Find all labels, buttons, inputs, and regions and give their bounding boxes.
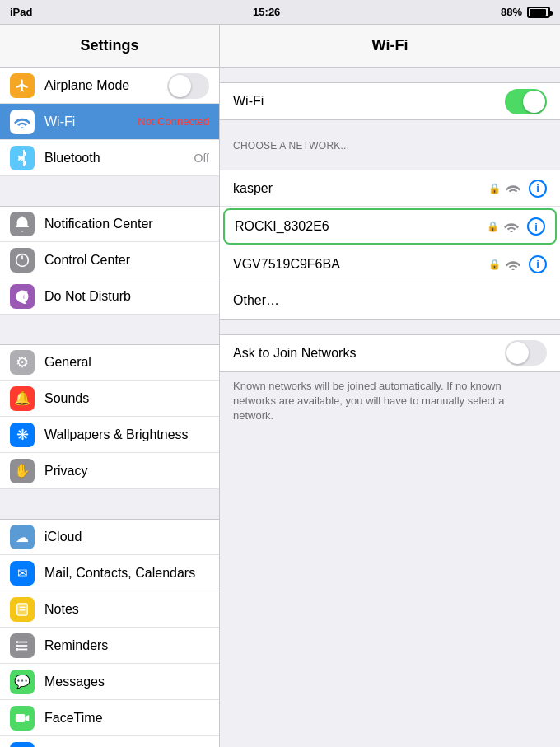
choose-network-header: CHOOSE A NETWORK... bbox=[220, 135, 560, 155]
separator-2 bbox=[0, 315, 219, 344]
sounds-label: Sounds bbox=[44, 391, 209, 406]
status-right: 88% bbox=[501, 6, 550, 18]
sidebar-section-1: Airplane Mode Wi-Fi Not Connected bbox=[0, 68, 219, 176]
sidebar-item-general[interactable]: ⚙ General bbox=[0, 344, 219, 381]
sidebar-item-notes[interactable]: Notes bbox=[0, 591, 219, 628]
wifi-value: Not Connected bbox=[138, 115, 209, 128]
sidebar-item-donotdisturb[interactable]: Do Not Disturb bbox=[0, 278, 219, 315]
donotdisturb-icon bbox=[10, 284, 35, 309]
ask-join-toggle[interactable] bbox=[505, 340, 547, 366]
network-rocki[interactable]: ROCKI_8302E6 🔒 i bbox=[223, 208, 557, 245]
svg-point-11 bbox=[16, 641, 18, 643]
wifi-toggle-row[interactable]: Wi-Fi bbox=[220, 83, 560, 119]
battery-fill bbox=[530, 9, 546, 16]
wifi-toggle-label: Wi-Fi bbox=[233, 94, 505, 109]
svg-point-0 bbox=[21, 127, 24, 128]
separator-3 bbox=[0, 489, 219, 519]
notification-label: Notification Center bbox=[44, 217, 209, 231]
sidebar: Settings Airplane Mode bbox=[0, 25, 220, 747]
sidebar-item-wifi[interactable]: Wi-Fi Not Connected bbox=[0, 104, 219, 140]
sidebar-item-icloud[interactable]: ☁ iCloud bbox=[0, 519, 219, 555]
lock-icon-vgv: 🔒 bbox=[488, 259, 501, 270]
ask-join-section: Ask to Join Networks bbox=[220, 334, 560, 372]
bluetooth-icon bbox=[10, 146, 35, 170]
ask-join-desc: Known networks will be joined automatica… bbox=[220, 372, 560, 436]
svg-point-12 bbox=[16, 644, 18, 647]
reminders-icon bbox=[10, 633, 35, 658]
general-icon: ⚙ bbox=[10, 350, 35, 375]
sidebar-item-maps[interactable]: Maps bbox=[0, 736, 219, 747]
wifi-header: Wi-Fi bbox=[220, 25, 560, 68]
sidebar-item-notification[interactable]: Notification Center bbox=[0, 206, 219, 242]
privacy-icon: ✋ bbox=[10, 459, 35, 483]
status-bar: iPad 15:26 88% bbox=[0, 0, 560, 25]
ask-join-toggle-knob bbox=[506, 342, 529, 364]
svg-point-22 bbox=[510, 231, 513, 232]
sidebar-item-airplane[interactable]: Airplane Mode bbox=[0, 68, 219, 104]
info-rocki[interactable]: i bbox=[527, 217, 545, 236]
separator-1 bbox=[0, 176, 219, 206]
sidebar-section-2: Notification Center Control Center bbox=[0, 206, 219, 315]
wifi-signal-rocki bbox=[504, 221, 519, 232]
control-icon bbox=[10, 248, 35, 273]
airplane-icon bbox=[10, 73, 35, 98]
network-vgv[interactable]: VGV7519C9F6BA 🔒 i bbox=[220, 246, 560, 282]
ask-join-row[interactable]: Ask to Join Networks bbox=[220, 335, 560, 371]
wallpaper-label: Wallpapers & Brightness bbox=[44, 427, 209, 442]
sidebar-item-control[interactable]: Control Center bbox=[0, 242, 219, 278]
svg-point-21 bbox=[511, 193, 515, 194]
mail-icon: ✉ bbox=[10, 561, 35, 586]
facetime-label: FaceTime bbox=[44, 711, 209, 726]
airplane-label: Airplane Mode bbox=[44, 78, 167, 93]
ask-join-label: Ask to Join Networks bbox=[233, 346, 505, 361]
network-other-name: Other… bbox=[233, 293, 547, 308]
notification-icon bbox=[10, 212, 35, 236]
wifi-toggle[interactable] bbox=[505, 89, 547, 114]
info-kasper[interactable]: i bbox=[529, 180, 547, 198]
wifi-signal-vgv bbox=[506, 259, 520, 270]
network-vgv-name: VGV7519C9F6BA bbox=[233, 257, 488, 272]
sidebar-item-bluetooth[interactable]: Bluetooth Off bbox=[0, 140, 219, 176]
network-list: kasper 🔒 i ROCKI_8302E6 bbox=[220, 170, 560, 320]
sidebar-item-messages[interactable]: 💬 Messages bbox=[0, 664, 219, 700]
wifi-signal-kasper bbox=[506, 183, 520, 194]
sidebar-item-privacy[interactable]: ✋ Privacy bbox=[0, 453, 219, 489]
network-rocki-icons: 🔒 i bbox=[487, 217, 545, 236]
svg-rect-5 bbox=[17, 603, 27, 614]
airplane-toggle[interactable] bbox=[167, 73, 209, 99]
facetime-icon bbox=[10, 706, 35, 731]
wifi-title: Wi-Fi bbox=[372, 37, 408, 54]
status-ipad: iPad bbox=[10, 6, 32, 18]
notes-label: Notes bbox=[44, 602, 209, 617]
sidebar-title: Settings bbox=[80, 37, 138, 54]
sidebar-item-facetime[interactable]: FaceTime bbox=[0, 700, 219, 736]
reminders-label: Reminders bbox=[44, 638, 209, 653]
icloud-label: iCloud bbox=[44, 530, 209, 544]
notes-icon bbox=[10, 597, 35, 622]
right-panel: Wi-Fi Wi-Fi CHOOSE A NETWORK... kasper bbox=[220, 25, 560, 747]
maps-icon bbox=[10, 742, 35, 748]
donotdisturb-label: Do Not Disturb bbox=[44, 289, 209, 304]
network-kasper[interactable]: kasper 🔒 i bbox=[220, 170, 560, 207]
svg-marker-15 bbox=[25, 714, 29, 721]
sidebar-section-3: ⚙ General 🔔 Sounds ❋ Wallpapers & Bright… bbox=[0, 344, 219, 489]
svg-rect-14 bbox=[16, 714, 25, 722]
general-label: General bbox=[44, 355, 209, 370]
battery-percent: 88% bbox=[501, 6, 522, 18]
sidebar-item-wallpaper[interactable]: ❋ Wallpapers & Brightness bbox=[0, 417, 219, 453]
network-other[interactable]: Other… bbox=[220, 282, 560, 319]
control-label: Control Center bbox=[44, 253, 209, 268]
battery-icon bbox=[527, 7, 550, 18]
sidebar-item-mail[interactable]: ✉ Mail, Contacts, Calendars bbox=[0, 555, 219, 591]
lock-icon-rocki: 🔒 bbox=[487, 221, 499, 232]
messages-icon: 💬 bbox=[10, 670, 35, 694]
bluetooth-value: Off bbox=[194, 152, 209, 165]
sidebar-item-reminders[interactable]: Reminders bbox=[0, 628, 219, 664]
network-kasper-name: kasper bbox=[233, 181, 488, 196]
sidebar-item-sounds[interactable]: 🔔 Sounds bbox=[0, 381, 219, 417]
network-kasper-icons: 🔒 i bbox=[488, 180, 547, 198]
info-vgv[interactable]: i bbox=[529, 255, 547, 273]
lock-icon-kasper: 🔒 bbox=[488, 183, 501, 194]
svg-rect-4 bbox=[21, 255, 23, 259]
bluetooth-label: Bluetooth bbox=[44, 151, 194, 166]
